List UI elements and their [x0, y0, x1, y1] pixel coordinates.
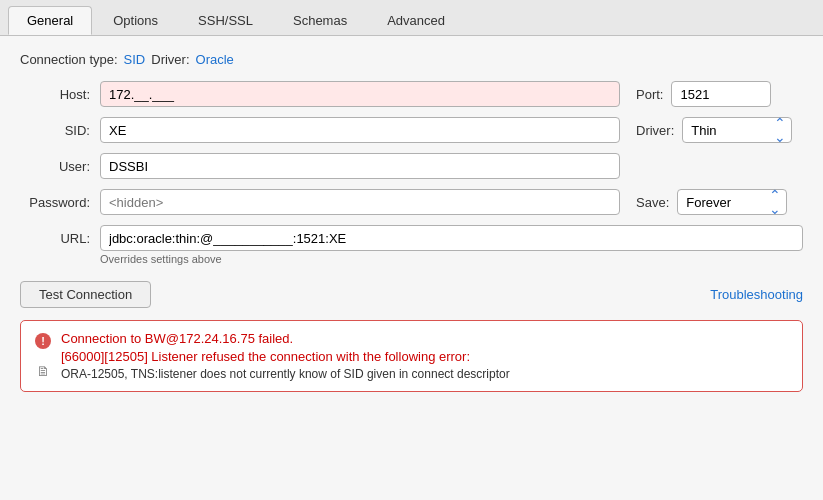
sid-label: SID: — [20, 123, 100, 138]
general-content: Connection type: SID Driver: Oracle Host… — [0, 36, 823, 500]
save-select[interactable]: Forever For Session Never — [677, 189, 787, 215]
tab-advanced[interactable]: Advanced — [368, 6, 464, 35]
connection-type-row: Connection type: SID Driver: Oracle — [20, 52, 803, 67]
tab-general[interactable]: General — [8, 6, 92, 35]
user-input[interactable] — [100, 153, 620, 179]
url-label: URL: — [20, 231, 100, 246]
tab-options[interactable]: Options — [94, 6, 177, 35]
test-connection-button[interactable]: Test Connection — [20, 281, 151, 308]
password-input[interactable] — [100, 189, 620, 215]
error-line3: ORA-12505, TNS:listener does not current… — [61, 367, 788, 381]
driver-select-wrapper: Thin OCI8 OCI ⌃⌄ — [682, 117, 792, 143]
connection-type-value: SID — [124, 52, 146, 67]
port-label: Port: — [636, 87, 671, 102]
error-doc-icon: 🗎 — [35, 363, 51, 379]
error-line2: [66000][12505] Listener refused the conn… — [61, 349, 788, 364]
driver-label: Driver: — [151, 52, 189, 67]
url-input[interactable] — [100, 225, 803, 251]
user-row: User: — [20, 153, 803, 179]
error-box: ! 🗎 Connection to BW@172.24.16.75 failed… — [20, 320, 803, 392]
driver-field-label: Driver: — [636, 123, 682, 138]
error-text: Connection to BW@172.24.16.75 failed. [6… — [61, 331, 788, 381]
port-group: Port: — [636, 81, 771, 107]
host-label: Host: — [20, 87, 100, 102]
error-circle-icon: ! — [35, 333, 51, 349]
actions-row: Test Connection Troubleshooting — [20, 281, 803, 308]
tab-schemas[interactable]: Schemas — [274, 6, 366, 35]
save-group: Save: Forever For Session Never ⌃⌄ — [636, 189, 787, 215]
sid-row: SID: Driver: Thin OCI8 OCI ⌃⌄ — [20, 117, 803, 143]
url-row: URL: — [20, 225, 803, 251]
user-label: User: — [20, 159, 100, 174]
sid-input[interactable] — [100, 117, 620, 143]
error-line1: Connection to BW@172.24.16.75 failed. — [61, 331, 788, 346]
driver-value: Oracle — [196, 52, 234, 67]
troubleshooting-link[interactable]: Troubleshooting — [710, 287, 803, 302]
host-row: Host: Port: — [20, 81, 803, 107]
connection-type-label: Connection type: — [20, 52, 118, 67]
save-label: Save: — [636, 195, 677, 210]
driver-select[interactable]: Thin OCI8 OCI — [682, 117, 792, 143]
url-note: Overrides settings above — [100, 253, 803, 265]
url-section: URL: Overrides settings above — [20, 225, 803, 277]
tab-sshssl[interactable]: SSH/SSL — [179, 6, 272, 35]
main-window: General Options SSH/SSL Schemas Advanced… — [0, 0, 823, 500]
password-row: Password: Save: Forever For Session Neve… — [20, 189, 803, 215]
tab-bar: General Options SSH/SSL Schemas Advanced — [0, 0, 823, 36]
error-icons: ! 🗎 — [35, 333, 51, 379]
driver-group: Driver: Thin OCI8 OCI ⌃⌄ — [636, 117, 792, 143]
password-label: Password: — [20, 195, 100, 210]
host-input[interactable] — [100, 81, 620, 107]
save-select-wrapper: Forever For Session Never ⌃⌄ — [677, 189, 787, 215]
port-input[interactable] — [671, 81, 771, 107]
